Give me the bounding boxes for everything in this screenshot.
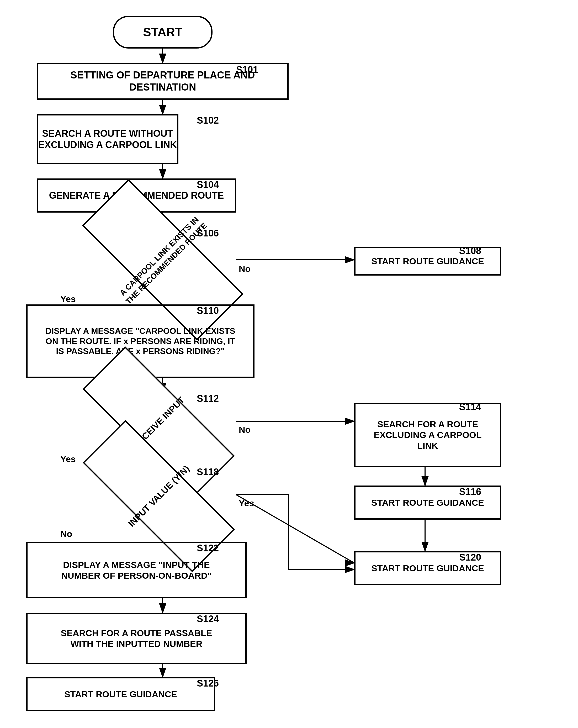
s102-node: SEARCH A ROUTE WITHOUT EXCLUDING A CARPO… — [37, 114, 178, 164]
s118-yes-label: Yes — [239, 498, 254, 508]
s122-node: DISPLAY A MESSAGE "INPUT THE NUMBER OF P… — [26, 542, 246, 598]
s118-no-label: No — [60, 529, 72, 539]
flowchart: START S101 SETTING OF DEPARTURE PLACE AN… — [0, 0, 578, 728]
s120-node: START ROUTE GUIDANCE — [354, 551, 501, 585]
s112-no-label: No — [239, 425, 251, 435]
s106-yes-label: Yes — [60, 294, 76, 304]
s114-node: SEARCH FOR A ROUTE EXCLUDING A CARPOOL L… — [354, 403, 501, 467]
s118-diamond: INPUT VALUE (Y/N) — [81, 466, 236, 526]
s112-yes-label: Yes — [60, 454, 76, 464]
s106-diamond: A CARPOOL LINK EXISTS IN THE RECOMMENDED… — [81, 227, 244, 293]
s106-no-label: No — [239, 264, 251, 274]
s108-node: START ROUTE GUIDANCE — [354, 247, 501, 276]
s116-node: START ROUTE GUIDANCE — [354, 486, 501, 520]
start-node: START — [113, 16, 212, 49]
s124-node: SEARCH FOR A ROUTE PASSABLE WITH THE INP… — [26, 613, 246, 664]
s102-label: S102 — [197, 115, 219, 126]
s101-node: SETTING OF DEPARTURE PLACE AND DESTINATI… — [37, 63, 289, 100]
s126-node: START ROUTE GUIDANCE — [26, 677, 215, 711]
